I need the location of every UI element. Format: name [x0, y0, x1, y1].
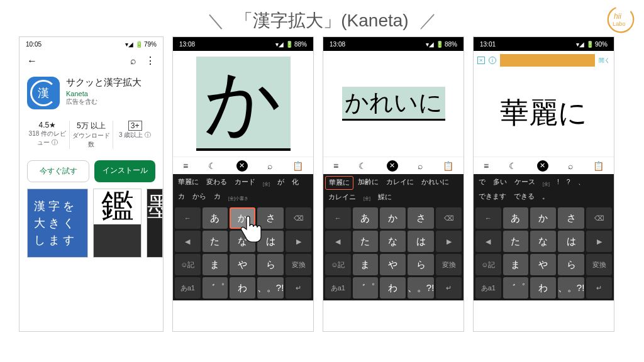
kana-keyboard[interactable]: ←あかさ⌫◀たなは▶☺記まやら変換あa1゛゜わ、。?!↵ [474, 206, 614, 300]
suggestion-item[interactable]: 多い [490, 176, 510, 189]
key-ら[interactable]: ら [257, 254, 284, 275]
key-↵[interactable]: ↵ [286, 277, 311, 299]
suggestion-item[interactable]: 鰈に [375, 191, 395, 204]
suggestion-item[interactable]: 、 [575, 176, 588, 189]
key-←[interactable]: ← [325, 207, 351, 229]
screenshot-carousel[interactable]: 漢 字 を大 き くし ま す 鑑 墨 [19, 189, 163, 258]
suggestion-item[interactable]: ケース [511, 176, 538, 189]
key-変換[interactable]: 変換 [286, 254, 311, 275]
key-◀[interactable]: ◀ [175, 231, 201, 252]
key-▶[interactable]: ▶ [436, 231, 462, 252]
key-゛゜[interactable]: ゛゜ [353, 277, 379, 299]
suggestion-bar[interactable]: 華麗に加齢にカレイにかれいにカレイニ[全]鰈に [323, 174, 464, 206]
search-icon[interactable]: ⌕ [568, 161, 573, 171]
suggestion-item[interactable]: 加齢に [355, 176, 382, 190]
kana-keyboard[interactable]: ←あかさ⌫◀たなは▶☺記まやら変換あa1゛゜わ、。?!↵ [173, 206, 313, 300]
key-゛゜[interactable]: ゛゜ [203, 277, 228, 299]
key-あa1[interactable]: あa1 [475, 277, 501, 299]
key-ま[interactable]: ま [503, 254, 529, 275]
more-icon[interactable]: ⋮ [145, 55, 155, 67]
moon-icon[interactable]: ☾ [358, 161, 367, 171]
suggestion-bar[interactable]: で多いケース[全]!?、できますできる。 [474, 174, 614, 206]
key-や[interactable]: や [230, 254, 255, 275]
key-↵[interactable]: ↵ [436, 277, 462, 299]
back-icon[interactable]: ← [27, 55, 37, 67]
menu-icon[interactable]: ≡ [484, 161, 489, 171]
key-か[interactable]: か [530, 207, 556, 229]
try-button[interactable]: 今すぐ試す [27, 160, 89, 182]
key-わ[interactable]: わ [230, 277, 255, 299]
moon-icon[interactable]: ☾ [208, 161, 216, 171]
key-←[interactable]: ← [475, 207, 501, 229]
key-゛゜[interactable]: ゛゜ [503, 277, 529, 299]
key-は[interactable]: は [257, 231, 284, 252]
key-か[interactable]: か [230, 207, 255, 229]
install-button[interactable]: インストール [94, 160, 155, 182]
suggestion-item[interactable]: カ [211, 190, 224, 204]
key-た[interactable]: た [353, 231, 379, 252]
clear-icon[interactable]: ✕ [236, 160, 248, 172]
menu-icon[interactable]: ≡ [183, 161, 188, 171]
key-さ[interactable]: さ [257, 207, 284, 229]
key-な[interactable]: な [380, 231, 406, 252]
key-あa1[interactable]: あa1 [325, 277, 351, 299]
developer-link[interactable]: Kaneta [66, 90, 142, 97]
key-⌫[interactable]: ⌫ [286, 207, 311, 229]
moon-icon[interactable]: ☾ [509, 161, 517, 171]
key-は[interactable]: は [558, 231, 585, 252]
key-◀[interactable]: ◀ [325, 231, 351, 252]
key-☺記[interactable]: ☺記 [475, 254, 501, 275]
suggestion-item[interactable]: カレイに [383, 176, 417, 190]
suggestion-item[interactable]: から [189, 190, 209, 204]
search-icon[interactable]: ⌕ [267, 161, 272, 171]
search-icon[interactable]: ⌕ [418, 161, 423, 171]
key-な[interactable]: な [530, 231, 556, 252]
suggestion-item[interactable]: [全] [360, 194, 374, 204]
key-⌫[interactable]: ⌫ [436, 207, 462, 229]
suggestion-item[interactable]: カード [231, 176, 258, 189]
suggestion-item[interactable]: 華麗に [175, 176, 202, 189]
key-わ[interactable]: わ [530, 277, 556, 299]
suggestion-item[interactable]: が [274, 176, 287, 189]
suggestion-item[interactable]: ! [554, 176, 562, 189]
suggestion-item[interactable]: で [475, 176, 489, 189]
menu-icon[interactable]: ≡ [333, 161, 338, 171]
search-icon[interactable]: ⌕ [130, 55, 136, 67]
suggestion-item[interactable]: 化 [289, 176, 302, 189]
suggestion-item[interactable]: できる [511, 190, 538, 204]
suggestion-item[interactable]: 。 [539, 190, 552, 204]
key-さ[interactable]: さ [408, 207, 435, 229]
key-変換[interactable]: 変換 [586, 254, 612, 275]
key-ら[interactable]: ら [408, 254, 435, 275]
key-た[interactable]: た [203, 231, 228, 252]
clear-icon[interactable]: ✕ [537, 160, 548, 172]
suggestion-item[interactable]: カ [175, 190, 188, 204]
suggestion-item[interactable]: [全]小書き [225, 194, 252, 204]
suggestion-item[interactable]: ? [564, 176, 574, 189]
suggestion-item[interactable]: かれいに [418, 176, 452, 190]
key-さ[interactable]: さ [558, 207, 585, 229]
suggestion-item[interactable]: 変わる [203, 176, 230, 189]
key-た[interactable]: た [503, 231, 529, 252]
suggestion-item[interactable]: 華麗に [325, 176, 353, 190]
key-▶[interactable]: ▶ [586, 231, 612, 252]
clipboard-icon[interactable]: 📋 [292, 161, 303, 171]
key-ら[interactable]: ら [558, 254, 585, 275]
ad-info-icon[interactable]: i [489, 57, 496, 64]
clear-icon[interactable]: ✕ [387, 160, 398, 172]
key-ま[interactable]: ま [203, 254, 228, 275]
key-⌫[interactable]: ⌫ [586, 207, 612, 229]
key-、。?![interactable]: 、。?! [408, 277, 435, 299]
key-や[interactable]: や [380, 254, 406, 275]
key-、。?![interactable]: 、。?! [257, 277, 284, 299]
key-か[interactable]: か [380, 207, 406, 229]
key-は[interactable]: は [408, 231, 435, 252]
key-わ[interactable]: わ [380, 277, 406, 299]
key-あ[interactable]: あ [503, 207, 529, 229]
key-←[interactable]: ← [175, 207, 201, 229]
key-☺記[interactable]: ☺記 [325, 254, 351, 275]
key-↵[interactable]: ↵ [586, 277, 612, 299]
suggestion-item[interactable]: できます [475, 190, 509, 204]
ad-banner[interactable]: × i 開く [474, 51, 614, 70]
key-◀[interactable]: ◀ [475, 231, 501, 252]
